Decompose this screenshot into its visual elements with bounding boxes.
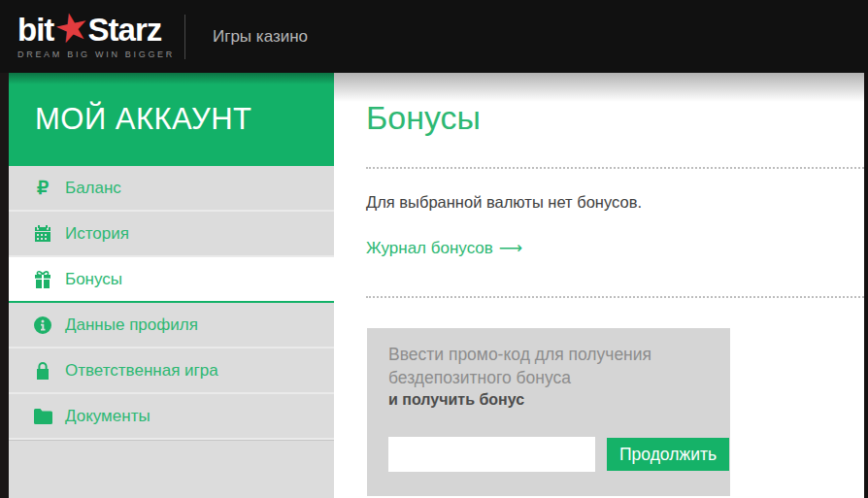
right-arrow-icon: ⟶ xyxy=(499,239,522,257)
main-content: Бонусы Для выбранной валюты нет бонусов.… xyxy=(334,73,864,498)
divider xyxy=(366,296,864,298)
sidebar-item-balance[interactable]: ₽ Баланс xyxy=(9,166,334,212)
promo-submit-button[interactable]: Продолжить xyxy=(607,438,729,471)
sidebar-item-profile-data[interactable]: Данные профиля xyxy=(9,303,334,349)
sidebar-item-responsible-gaming[interactable]: Ответственная игра xyxy=(9,349,334,394)
promo-form: Продолжить xyxy=(388,437,711,472)
folder-icon xyxy=(33,407,52,426)
gift-icon xyxy=(33,270,52,289)
promo-text-line2: бездепозитного бонуса xyxy=(388,366,711,389)
logo-wordmark: bit ★ Starz xyxy=(17,14,163,47)
no-bonus-message: Для выбранной валюты нет бонусов. xyxy=(366,193,864,212)
logo-word-bit: bit xyxy=(17,14,53,47)
bonus-log-link[interactable]: Журнал бонусов⟶ xyxy=(366,238,522,258)
sidebar-item-history[interactable]: История xyxy=(9,212,334,257)
bonus-log-link-label: Журнал бонусов xyxy=(366,239,493,257)
star-icon: ★ xyxy=(54,11,90,46)
ruble-icon: ₽ xyxy=(33,179,52,198)
lock-icon xyxy=(33,361,52,381)
promo-text-bold: и получить бонус xyxy=(388,391,711,409)
left-gutter xyxy=(0,73,9,498)
sidebar-item-label: Ответственная игра xyxy=(65,361,218,381)
promo-text-line1: Ввести промо-код для получения xyxy=(388,343,711,366)
promo-code-box: Ввести промо-код для получения бездепози… xyxy=(367,328,730,496)
nav-item-casino-games[interactable]: Игры казино xyxy=(213,27,308,47)
logo-word-starz: Starz xyxy=(88,14,162,47)
info-icon xyxy=(33,315,52,335)
sidebar-item-label: Бонусы xyxy=(65,270,122,289)
right-gutter xyxy=(864,73,868,498)
sidebar-item-documents[interactable]: Документы xyxy=(9,394,334,440)
divider xyxy=(366,167,864,169)
logo-tagline: DREAM BIG WIN BIGGER xyxy=(17,50,163,59)
sidebar-item-bonuses[interactable]: Бонусы xyxy=(9,257,334,303)
sidebar-item-label: История xyxy=(65,224,129,244)
sidebar-empty-area xyxy=(9,440,334,498)
top-header-bar: bit ★ Starz DREAM BIG WIN BIGGER Игры ка… xyxy=(0,0,868,73)
sidebar-item-label: Баланс xyxy=(65,179,121,198)
page-body: МОЙ АККАУНТ ₽ Баланс История Бонусы Данн… xyxy=(0,73,868,498)
sidebar-title: МОЙ АККАУНТ xyxy=(9,73,334,166)
account-sidebar: МОЙ АККАУНТ ₽ Баланс История Бонусы Данн… xyxy=(9,73,334,498)
sidebar-item-label: Документы xyxy=(65,407,150,426)
sidebar-item-label: Данные профиля xyxy=(65,315,198,335)
bitstarz-logo[interactable]: bit ★ Starz DREAM BIG WIN BIGGER xyxy=(17,14,163,59)
header-divider xyxy=(184,15,185,59)
page-title: Бонусы xyxy=(366,99,864,137)
calendar-icon xyxy=(33,224,52,244)
promo-code-input[interactable] xyxy=(388,437,595,472)
